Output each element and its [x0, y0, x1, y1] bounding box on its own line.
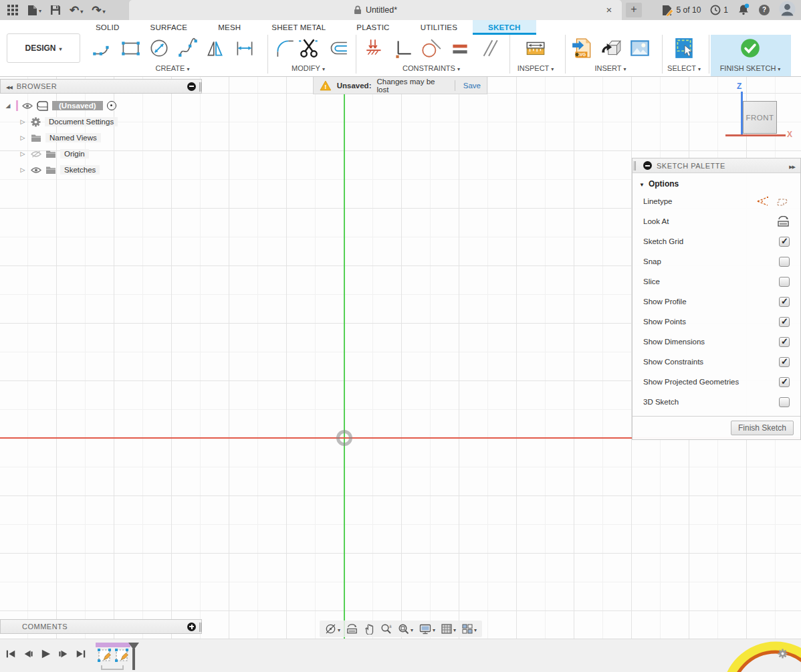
display-settings-button[interactable] [419, 624, 435, 635]
sketch-grid-checkbox[interactable] [779, 237, 790, 247]
tab-utilities[interactable]: UTILITIES [405, 20, 473, 35]
finish-sketch-button[interactable] [738, 36, 762, 60]
palette-drag-handle[interactable] [634, 161, 636, 171]
root-document-label[interactable]: (Unsaved) [52, 101, 103, 110]
fit-button[interactable] [398, 623, 413, 635]
tree-item-label[interactable]: Origin [60, 149, 89, 158]
line-tool-button[interactable] [90, 36, 114, 60]
pan-button[interactable] [364, 623, 374, 635]
comments-resize-handle[interactable] [199, 623, 201, 632]
finish-sketch-palette-button[interactable]: Finish Sketch [731, 421, 794, 435]
file-menu-button[interactable] [27, 5, 41, 16]
3d-sketch-checkbox[interactable] [779, 397, 790, 407]
save-link[interactable]: Save [461, 82, 481, 90]
timeline-go-to-end-button[interactable] [76, 649, 86, 659]
origin-point[interactable] [336, 430, 352, 446]
collapse-browser-icon[interactable] [6, 82, 12, 91]
visibility-eye-icon[interactable] [31, 166, 41, 174]
activate-component-radio[interactable] [107, 101, 116, 110]
undo-button[interactable]: ↶ [70, 3, 83, 17]
create-group-dropdown[interactable]: CREATE [156, 64, 190, 72]
construction-linetype-icon[interactable] [756, 196, 770, 207]
timeline-play-button[interactable] [40, 649, 51, 659]
timeline-sketch-feature-2[interactable] [114, 648, 130, 663]
options-section-header[interactable]: Options [633, 173, 800, 191]
equal-constraint-button[interactable] [448, 36, 472, 60]
add-comment-icon[interactable] [187, 623, 196, 631]
tab-sheet-metal[interactable]: SHEET METAL [256, 20, 341, 35]
palette-minimize-icon[interactable] [643, 161, 652, 170]
viewcube-front-face[interactable]: FRONT [743, 101, 777, 134]
workspace-selector-button[interactable]: DESIGN [7, 33, 80, 63]
expand-icon[interactable] [19, 166, 27, 173]
tangent-constraint-button[interactable] [419, 36, 443, 60]
timeline-step-forward-button[interactable] [58, 649, 69, 659]
expand-icon[interactable] [19, 150, 27, 157]
constraints-group-dropdown[interactable]: CONSTRAINTS [403, 64, 460, 72]
timeline-go-to-start-button[interactable] [5, 649, 16, 659]
expand-icon[interactable] [19, 118, 27, 125]
tab-plastic[interactable]: PLASTIC [341, 20, 405, 35]
document-tab[interactable]: Untitled* [129, 0, 622, 20]
browser-minimize-icon[interactable] [187, 82, 196, 91]
mirror-tool-button[interactable] [204, 36, 228, 60]
offset-tool-button[interactable] [326, 36, 350, 60]
palette-collapse-icon[interactable] [789, 161, 795, 171]
spline-tool-button[interactable] [176, 36, 200, 60]
viewports-button[interactable] [462, 624, 477, 634]
job-status-indicator[interactable]: 5 of 10 [661, 5, 701, 16]
finish-sketch-dropdown[interactable]: FINISH SKETCH [720, 64, 781, 72]
snap-checkbox[interactable] [779, 257, 790, 267]
timeline-marker-stem[interactable] [132, 649, 135, 670]
rectangle-tool-button[interactable] [118, 36, 142, 60]
sketch-dimension-tool-button[interactable] [233, 36, 257, 60]
tree-item-label[interactable]: Named Views [45, 133, 101, 142]
y-axis-line[interactable] [344, 77, 345, 639]
orbit-button[interactable] [325, 623, 340, 635]
tab-sketch[interactable]: SKETCH [473, 20, 536, 35]
insert-derive-button[interactable] [599, 36, 623, 60]
browser-resize-handle[interactable] [199, 82, 201, 92]
redo-button[interactable]: ↷ [92, 3, 105, 17]
tree-row-origin[interactable]: Origin [4, 146, 205, 162]
measure-tool-button[interactable] [524, 36, 548, 60]
show-dimensions-checkbox[interactable] [779, 337, 790, 347]
tab-surface[interactable]: SURFACE [135, 20, 203, 35]
tree-row-document-settings[interactable]: Document Settings [4, 114, 205, 130]
look-at-button[interactable] [346, 624, 358, 634]
insert-canvas-button[interactable] [628, 36, 652, 60]
timeline-sketch-feature-1[interactable] [97, 648, 112, 663]
app-launcher-icon[interactable] [7, 4, 19, 16]
fix-constraint-button[interactable] [363, 36, 387, 60]
new-tab-button[interactable] [626, 3, 642, 17]
look-at-icon[interactable] [777, 216, 790, 227]
history-indicator[interactable]: 1 [710, 5, 728, 15]
circle-tool-button[interactable] [147, 36, 171, 60]
grid-snaps-button[interactable] [441, 624, 456, 634]
select-tool-button[interactable] [672, 36, 696, 60]
fillet-tool-button[interactable] [273, 36, 297, 60]
avatar[interactable] [779, 1, 796, 19]
modify-group-dropdown[interactable]: MODIFY [292, 64, 325, 72]
slice-checkbox[interactable] [779, 277, 790, 287]
show-points-checkbox[interactable] [779, 317, 790, 327]
expand-icon[interactable] [4, 102, 12, 109]
select-group-dropdown[interactable]: SELECT [667, 64, 701, 72]
tree-row-named-views[interactable]: Named Views [4, 130, 205, 146]
tab-mesh[interactable]: MESH [203, 20, 256, 35]
insert-group-dropdown[interactable]: INSERT [594, 64, 626, 72]
show-profile-checkbox[interactable] [779, 297, 790, 307]
notifications-button[interactable] [737, 3, 750, 17]
help-button[interactable] [759, 5, 770, 15]
parallel-constraint-button[interactable] [477, 36, 501, 60]
inspect-group-dropdown[interactable]: INSPECT [518, 64, 554, 72]
visibility-off-eye-icon[interactable] [31, 150, 41, 158]
tree-item-label[interactable]: Sketches [60, 165, 100, 175]
browser-root-row[interactable]: (Unsaved) [4, 98, 205, 114]
expand-icon[interactable] [19, 134, 27, 141]
centerline-linetype-icon[interactable] [776, 196, 790, 207]
trim-tool-button[interactable] [297, 36, 321, 60]
zoom-button[interactable]: ± [380, 623, 392, 635]
save-button[interactable] [50, 5, 61, 15]
visibility-eye-icon[interactable] [22, 102, 33, 110]
